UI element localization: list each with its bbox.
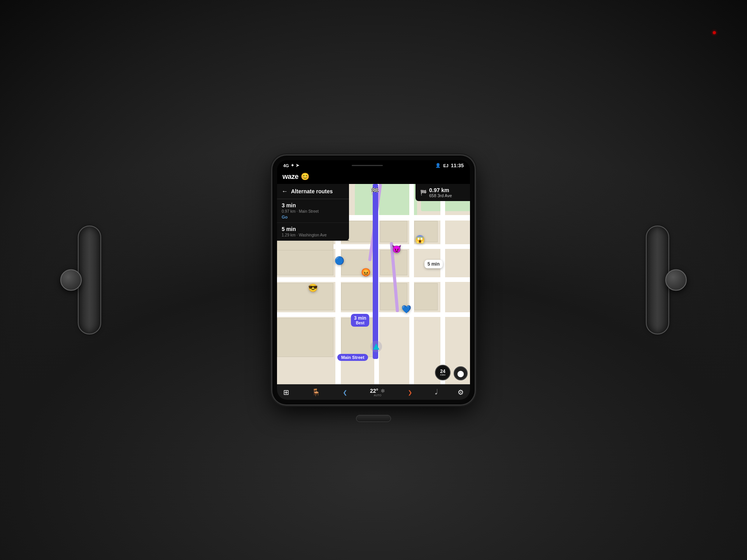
climate-display: 22° ❄ AUTO [370,388,385,397]
city-block-13 [277,283,333,310]
route-main-time-label[interactable]: 3 min Best [351,314,369,327]
status-time: 11:35 [451,163,464,168]
screen-bezel: 4G ✦ ➤ 👤 EJ 11:35 waze 😊 [272,156,475,404]
status-right-icons: 👤 EJ 11:35 [435,163,464,168]
route-2-details: 1.29 km · Washington Ave [282,233,344,237]
waze-logo: waze 😊 [282,172,465,181]
status-left-icons: 4G ✦ ➤ [283,163,299,168]
road-v3 [409,184,414,384]
city-block-12 [277,250,333,275]
car-position-wrapper [370,341,382,352]
waze-user-marker-4: 😎 [308,283,318,292]
route-option-1[interactable]: 3 min 0.97 km · Main Street Go [277,199,349,223]
route-1-street: Main Street [299,209,319,214]
car-interior: 4G ✦ ➤ 👤 EJ 11:35 waze 😊 [0,0,747,560]
seat-settings-button[interactable]: 🪑 [312,388,320,397]
park-area-top [355,184,417,219]
chevron-left-icon: ❮ [343,389,347,396]
phone-screen: 4G ✦ ➤ 👤 EJ 11:35 waze 😊 [277,160,470,400]
user-initials: EJ [443,163,448,168]
climate-right-button[interactable]: ❯ [408,389,412,396]
signal-indicator: 4G [283,163,289,168]
waze-header: waze 😊 [277,170,470,184]
route-1-go-button[interactable]: Go [282,215,344,219]
route-main-segment1 [373,184,378,359]
dest-text-group: 0.97 km 658 3rd Ave [429,187,452,198]
alternate-routes-panel[interactable]: ← Alternate routes 3 min 0.97 km · Main … [277,184,349,241]
climate-temp-row: 22° ❄ [370,388,385,394]
climate-temperature: 22° [370,388,378,394]
chevron-right-icon: ❯ [408,389,412,396]
route-alt-time-label[interactable]: 5 min [424,260,443,268]
waze-user-marker-6: 😱 [415,234,425,244]
climate-mode-label: AUTO [374,394,381,397]
route-main-best-label: Best [354,321,366,325]
route-alt-time: 5 min [428,261,440,267]
camera-button[interactable]: ⬤ [454,366,468,380]
car-controls-bar: ⊞ 🪑 ❮ 22° ❄ AUTO [277,384,470,400]
gear-icon: ⚙ [458,388,464,397]
road-v4 [440,184,445,384]
right-vent-knob[interactable] [665,270,687,291]
route-1-distance: 0.97 km [282,209,296,214]
city-block-2 [380,221,407,242]
dest-icon-row: 🏁 0.97 km 658 3rd Ave [420,187,465,198]
waze-app-name: waze [282,173,298,181]
route-2-street: Washington Ave [299,233,327,237]
destination-flag-icon: 🏁 [370,187,379,196]
waze-user-marker-2: 😡 [361,268,371,277]
grid-icon: ⊞ [283,388,289,397]
waze-user-marker-1: 🔵 [335,256,344,265]
route-main-time: 3 min [354,315,366,321]
climate-fan-icon: ❄ [381,388,385,394]
speed-display: 24 KMH [435,365,451,380]
waze-face-icon: 😊 [301,172,309,181]
camera-icon: ⬤ [457,370,464,377]
route-1-time: 3 min [282,202,344,208]
home-grid-button[interactable]: ⊞ [283,388,289,397]
seat-icon: 🪑 [312,388,320,397]
status-bar: 4G ✦ ➤ 👤 EJ 11:35 [277,160,470,170]
speed-value: 24 [440,369,445,374]
destination-distance: 0.97 km [429,187,452,193]
car-position-circle [370,341,382,352]
notch-indicator [352,165,383,166]
city-block-6 [341,283,373,310]
route-2-time: 5 min [282,226,344,232]
city-block-9 [277,318,333,357]
corner-indicator-light [713,31,716,34]
route-option-2[interactable]: 5 min 1.29 km · Washington Ave [277,223,349,241]
left-vent-knob[interactable] [60,270,82,291]
car-direction-arrow [373,343,379,350]
climate-left-button[interactable]: ❮ [343,389,347,396]
destination-street: 658 3rd Ave [429,193,452,198]
speed-unit: KMH [440,374,445,376]
settings-button[interactable]: ⚙ [458,388,464,397]
destination-info-card: 🏁 0.97 km 658 3rd Ave [416,184,470,201]
current-street-label: Main Street [337,354,368,361]
route-1-details: 0.97 km · Main Street [282,209,344,214]
physical-home-button[interactable] [356,415,391,422]
map-content-area[interactable]: 🏁 3 min Best 5 min [277,184,470,384]
route-2-distance: 1.29 km [282,233,296,237]
routes-panel-title: Alternate routes [291,188,333,194]
location-arrow-icon: ➤ [296,163,299,168]
back-button[interactable]: ← [282,188,288,195]
waze-user-marker-3: 😈 [392,244,402,254]
waze-user-marker-5: 💙 [402,304,411,314]
routes-panel-header: ← Alternate routes [277,184,349,199]
dest-flag-icon: 🏁 [420,189,427,196]
city-block-8 [414,283,438,310]
bluetooth-icon: ✦ [291,163,294,168]
user-icon: 👤 [435,163,441,168]
